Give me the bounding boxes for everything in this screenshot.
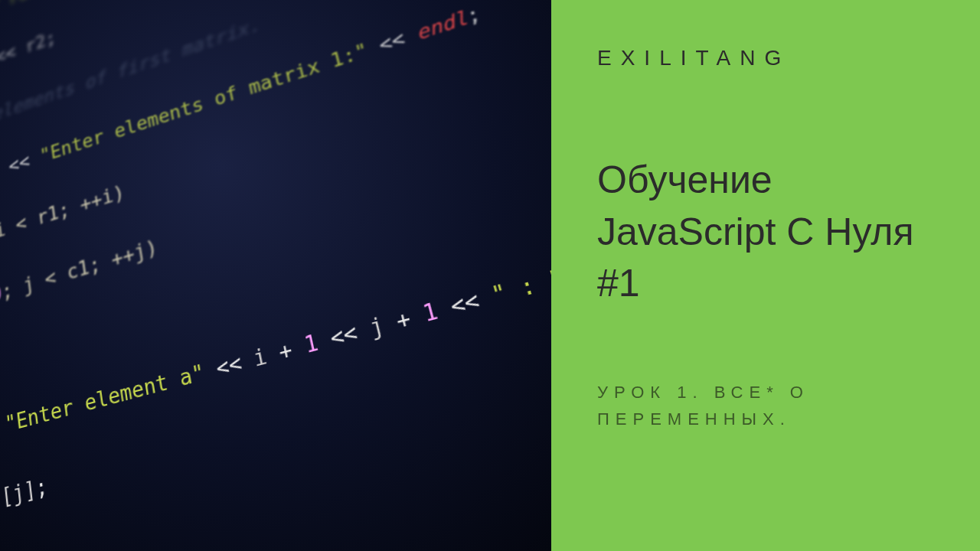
lesson-subtitle: УРОК 1. ВСЕ* О ПЕРЕМЕННЫХ. [597, 379, 919, 432]
hero-code-background: cout << "Enter rows and columns for seco… [0, 0, 551, 551]
brand-wordmark: EXILITANG [597, 46, 934, 70]
code-plane: cout << "Enter rows and columns for seco… [0, 0, 551, 551]
course-title: Обучение JavaScript С Нуля #1 [597, 155, 934, 310]
title-panel: EXILITANG Обучение JavaScript С Нуля #1 … [551, 0, 980, 551]
